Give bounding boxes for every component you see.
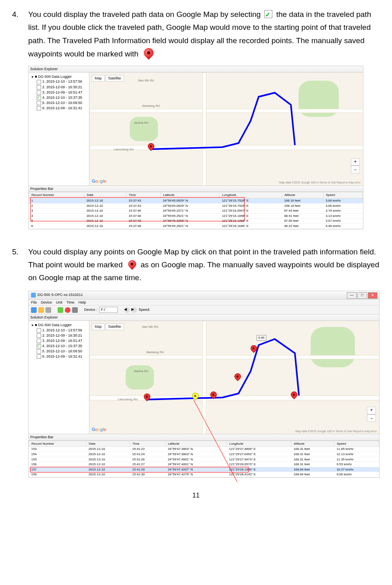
tree-root[interactable]: ▸ ■ DG-500 Data Logger bbox=[31, 74, 87, 79]
tree-item[interactable]: 2. 2015-12-09 - 16:30:21 bbox=[31, 333, 87, 338]
table-row[interactable]: 52015-12-1015:37:4824°59'45.3058" N121°2… bbox=[29, 219, 363, 224]
map-footer: Map data ©2015 Google 100 m Terms of Use… bbox=[279, 181, 361, 184]
checkbox-icon bbox=[264, 10, 272, 18]
tree-item[interactable]: 1. 2015-12-10 - 13:57:56 bbox=[31, 79, 87, 84]
tree-item[interactable]: 6. 2015-12-09 - 16:31:41 bbox=[31, 354, 87, 359]
save-icon[interactable] bbox=[38, 307, 44, 313]
tree-item[interactable]: 5. 2015-12-10 - 16:09:50 bbox=[31, 349, 87, 354]
solution-explorer-header: Solution Explorer bbox=[29, 66, 363, 73]
table-row[interactable]: 1562015-12-1015:41:2724°59'47.4001" N121… bbox=[29, 462, 379, 467]
map-area[interactable]: Map Satellite Jian 6th Rd Jiankang Rd Ji… bbox=[89, 321, 379, 434]
table-row[interactable]: 1542015-12-1015:41:2424°59'47.3863" N121… bbox=[29, 452, 379, 457]
column-header: Speed bbox=[323, 192, 363, 198]
page-number: 11 bbox=[12, 490, 380, 501]
search-icon[interactable] bbox=[46, 307, 51, 313]
column-header: Speed bbox=[334, 441, 379, 447]
properties-bar: Properties Bar Record NumberDateTimeLati… bbox=[29, 434, 379, 477]
menu-item[interactable]: Help bbox=[79, 300, 86, 304]
tree-item[interactable]: 4. 2015-12-10 - 15:37:35 bbox=[31, 344, 87, 349]
list-item-5: 5. You could display any points on Googl… bbox=[12, 246, 380, 285]
table-row[interactable]: 42015-12-1015:37:4624°59'45.2921" N121°2… bbox=[29, 213, 363, 219]
list-body: You could display any points on Google M… bbox=[28, 246, 380, 285]
column-header: Time bbox=[130, 441, 165, 447]
google-logo: Google bbox=[92, 427, 106, 432]
column-header: Longitude bbox=[220, 192, 282, 198]
sidebar: ▸ ■ DG-500 Data Logger 1. 2015-12-10 - 1… bbox=[29, 73, 89, 185]
column-header: Longitude bbox=[227, 441, 291, 447]
properties-header: Properties Bar bbox=[29, 434, 379, 441]
properties-header: Properties Bar bbox=[29, 186, 363, 192]
list-number: 5. bbox=[12, 246, 28, 285]
minimize-button[interactable]: — bbox=[347, 292, 357, 299]
table-row[interactable]: 22015-12-1015:37:4324°59'45.0929" N121°2… bbox=[29, 203, 363, 208]
column-header: Record Number bbox=[29, 192, 84, 198]
column-header: Altitude bbox=[291, 441, 334, 447]
solution-explorer-header: Solution Explorer bbox=[29, 314, 379, 321]
column-header: Date bbox=[84, 192, 126, 198]
settings-icon[interactable] bbox=[72, 307, 78, 313]
speed-label: Speed: bbox=[139, 308, 150, 312]
column-header: Latitude bbox=[165, 441, 226, 447]
map-area[interactable]: Map Satellite Jian 6th Rd Jiankang Rd Ji… bbox=[89, 73, 363, 185]
toolbar: Device : F:/ ◀ ▶ Speed: bbox=[29, 306, 379, 314]
tree-item[interactable]: 2. 2015-12-09 - 16:30:21 bbox=[31, 85, 87, 90]
window-titlebar: DG-500 S-OPC-xx-1510211 — □ ✕ bbox=[29, 291, 379, 300]
map-footer: Map data ©2015 Google 100 m Terms of Use… bbox=[295, 430, 377, 433]
list-item-4: 4. You could display the traveled path d… bbox=[12, 8, 380, 239]
maximize-button[interactable]: □ bbox=[357, 292, 367, 299]
new-icon[interactable] bbox=[31, 307, 37, 313]
table-row[interactable]: 1572015-12-1015:41:2824°59'47.4207" N121… bbox=[29, 467, 379, 472]
menu-item[interactable]: File bbox=[31, 300, 37, 304]
table-row[interactable]: 1582015-12-1015:41:3024°59'47.4275" N121… bbox=[29, 472, 379, 477]
table-row[interactable]: 1552015-12-1015:41:2624°59'47.4001" N121… bbox=[29, 457, 379, 462]
list-number: 4. bbox=[12, 8, 28, 239]
sidebar: ▸ ■ DG-500 Data Logger 1. 2015-12-10 - 1… bbox=[29, 321, 89, 434]
map-pin-icon bbox=[127, 259, 137, 271]
tree: ▸ ■ DG-500 Data Logger 1. 2015-12-10 - 1… bbox=[29, 73, 89, 113]
table-row[interactable]: 12015-12-1015:37:4324°59'45.0929" N121°2… bbox=[29, 198, 363, 204]
screenshot-2: DG-500 S-OPC-xx-1510211 — □ ✕ FileDevice… bbox=[28, 291, 380, 478]
records-table: Record NumberDateTimeLatitudeLongitudeAl… bbox=[29, 192, 363, 229]
stop-icon[interactable] bbox=[65, 307, 71, 313]
tree: ▸ ■ DG-500 Data Logger 1. 2015-12-10 - 1… bbox=[29, 321, 89, 361]
tree-item[interactable]: 6. 2015-12-09 - 16:31:41 bbox=[31, 106, 87, 111]
zoom-control[interactable]: +− bbox=[367, 407, 376, 422]
column-header: Latitude bbox=[160, 192, 220, 198]
device-dropdown[interactable]: F:/ bbox=[99, 307, 118, 313]
list-body: You could display the traveled path data… bbox=[28, 8, 380, 239]
menu-item[interactable]: Device bbox=[41, 300, 52, 304]
close-button[interactable]: ✕ bbox=[368, 292, 377, 299]
play-forward-icon[interactable]: ▶ bbox=[131, 307, 137, 313]
tree-item[interactable]: 3. 2015-12-09 - 16:51:47 bbox=[31, 338, 87, 344]
tree-item[interactable]: 4. 2015-12-10 - 15:37:35 bbox=[31, 95, 87, 100]
menu-item[interactable]: Time bbox=[66, 300, 75, 304]
menu-item[interactable]: Unit bbox=[56, 300, 62, 304]
text-part: You could display the traveled path data… bbox=[28, 10, 263, 19]
zoom-control[interactable]: +− bbox=[351, 158, 360, 173]
tree-item[interactable]: 1. 2015-12-10 - 13:57:56 bbox=[31, 328, 87, 333]
records-table: Record NumberDateTimeLatitudeLongitudeAl… bbox=[29, 441, 379, 477]
tree-item[interactable]: 5. 2015-12-10 - 16:09:50 bbox=[31, 100, 87, 106]
screenshot-1: Solution Explorer ▸ ■ DG-500 Data Logger… bbox=[28, 66, 363, 229]
tree-root[interactable]: ▸ ■ DG-500 Data Logger bbox=[31, 323, 87, 328]
column-header: Record Number bbox=[29, 441, 86, 447]
column-header: Time bbox=[126, 192, 160, 198]
map-value-marker: 0.66 bbox=[257, 335, 266, 341]
tree-item[interactable]: 3. 2015-12-09 - 16:51:47 bbox=[31, 90, 87, 95]
column-header: Date bbox=[86, 441, 130, 447]
download-icon[interactable] bbox=[58, 307, 63, 313]
window-title: DG-500 S-OPC-xx-1510211 bbox=[37, 293, 83, 297]
table-row[interactable]: 1532015-12-1015:41:2224°59'47.3863" N121… bbox=[29, 447, 379, 452]
map-pin-icon bbox=[142, 47, 155, 62]
menubar: FileDeviceUnitTimeHelp bbox=[29, 300, 379, 306]
table-row[interactable]: 62015-12-1015:37:4824°59'45.2921" N121°2… bbox=[29, 224, 363, 229]
play-back-icon[interactable]: ◀ bbox=[124, 307, 130, 313]
column-header: Altitude bbox=[282, 192, 323, 198]
google-logo: Google bbox=[92, 179, 106, 184]
table-row[interactable]: 32015-12-1015:37:4624°59'45.2371" N121°2… bbox=[29, 208, 363, 214]
device-label: Device : bbox=[84, 308, 97, 312]
properties-bar: Properties Bar Record NumberDateTimeLati… bbox=[29, 185, 363, 229]
